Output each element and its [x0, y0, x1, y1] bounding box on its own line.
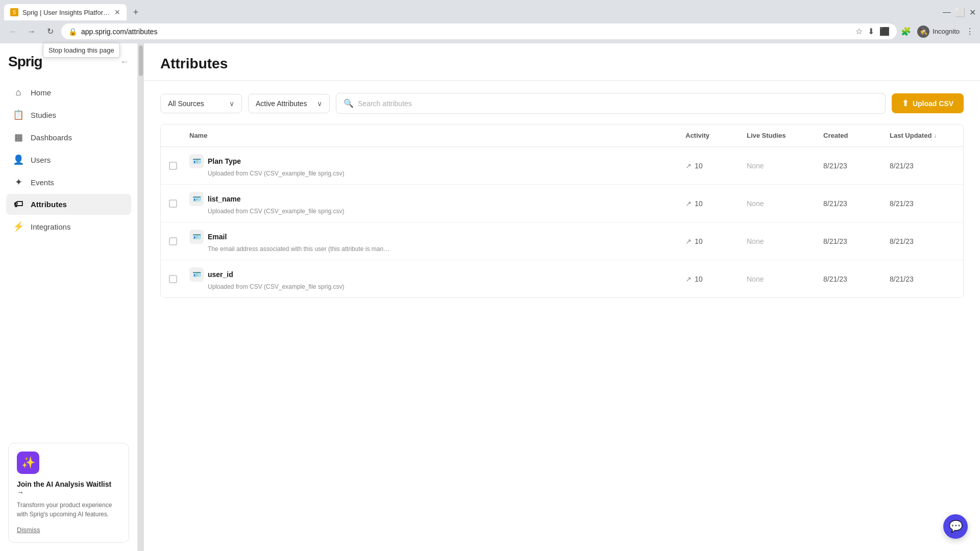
sidebar-icon[interactable]: ⬛: [879, 27, 890, 36]
attributes-chevron-down-icon: ∨: [317, 99, 322, 108]
row2-checkbox[interactable]: [169, 199, 177, 208]
active-attributes-label: Active Attributes: [256, 99, 307, 108]
activity-chart-icon: ↗: [685, 237, 692, 245]
upload-csv-button[interactable]: ⬆ Upload CSV: [892, 93, 964, 113]
promo-title[interactable]: Join the AI Analysis Waitlist →: [17, 480, 120, 496]
sidebar-item-attributes[interactable]: 🏷 Attributes: [6, 194, 131, 215]
attributes-icon: 🏷: [12, 199, 24, 210]
search-input[interactable]: [358, 99, 878, 108]
incognito-button[interactable]: 🕵 Incognito: [917, 26, 960, 38]
sidebar-item-events[interactable]: ✦ Events: [6, 171, 131, 193]
home-icon: ⌂: [12, 87, 24, 98]
promo-description: Transform your product experience with S…: [17, 500, 120, 519]
upload-csv-label: Upload CSV: [913, 99, 953, 108]
row4-created-value: 8/21/23: [823, 275, 847, 283]
activity-chart-icon: ↗: [685, 275, 692, 283]
sidebar-collapse-button[interactable]: ←: [120, 57, 129, 67]
new-tab-button[interactable]: +: [129, 5, 143, 19]
attributes-table: Name Activity Live Studies Created Last …: [160, 124, 964, 298]
row2-attr-desc: Uploaded from CSV (CSV_example_file spri…: [208, 208, 344, 215]
row4-attr-name[interactable]: user_id: [208, 270, 233, 279]
download-icon[interactable]: ⬇: [868, 27, 874, 36]
address-field[interactable]: 🔒 app.sprig.com/attributes ☆ ⬇ ⬛: [61, 23, 897, 39]
created-header-label: Created: [823, 132, 848, 139]
row4-live-studies-value: None: [747, 275, 764, 283]
row1-attr-desc: Uploaded from CSV (CSV_example_file spri…: [208, 170, 344, 177]
promo-dismiss-button[interactable]: Dismiss: [17, 526, 40, 534]
row4-attr-name-row: 🪪 user_id: [189, 267, 233, 282]
tab-close-button[interactable]: ✕: [114, 8, 120, 16]
chat-widget-button[interactable]: 💬: [943, 514, 968, 539]
activity-column-header: Activity: [677, 124, 739, 146]
sidebar-item-integrations-label: Integrations: [31, 222, 70, 231]
all-sources-dropdown[interactable]: All Sources ∨: [160, 94, 242, 113]
sidebar-nav: ⌂ Home 📋 Studies ▦ Dashboards 👤 Users ✦ …: [0, 78, 137, 435]
active-attributes-dropdown[interactable]: Active Attributes ∨: [248, 94, 330, 113]
row1-last-updated-value: 8/21/23: [890, 162, 914, 170]
row1-created-cell: 8/21/23: [815, 147, 881, 184]
row4-last-updated-value: 8/21/23: [890, 275, 914, 283]
back-button[interactable]: ←: [6, 24, 20, 39]
sidebar-item-dashboards-label: Dashboards: [31, 133, 72, 142]
sidebar-item-studies[interactable]: 📋 Studies: [6, 104, 131, 126]
row1-live-studies-value: None: [747, 162, 764, 170]
attribute-type-icon: 🪪: [189, 192, 204, 206]
browser-chrome: S Sprig | User Insights Platform for... …: [0, 0, 980, 43]
incognito-icon: 🕵: [917, 26, 929, 38]
row2-attr-name[interactable]: list_name: [208, 195, 241, 203]
viewport-scroll-thumb[interactable]: [139, 45, 143, 76]
row1-last-updated-cell: 8/21/23: [881, 147, 963, 184]
row2-created-cell: 8/21/23: [815, 185, 881, 222]
row4-checkbox[interactable]: [169, 275, 177, 283]
row3-checkbox[interactable]: [169, 237, 177, 245]
row1-live-studies-cell: None: [739, 147, 815, 184]
reload-button[interactable]: ↻ Stop loading this page: [43, 24, 57, 39]
search-box: 🔍: [336, 93, 886, 114]
live-studies-header-label: Live Studies: [747, 132, 786, 139]
row4-created-cell: 8/21/23: [815, 260, 881, 297]
sidebar-item-home-label: Home: [31, 88, 51, 97]
row3-activity-value: 10: [695, 237, 703, 245]
restore-icon[interactable]: ⬜: [955, 8, 965, 17]
search-icon: 🔍: [344, 98, 354, 108]
row2-activity-cell: ↗ 10: [677, 185, 739, 222]
sources-chevron-down-icon: ∨: [229, 99, 234, 108]
main-header: Attributes: [144, 43, 980, 81]
forward-button[interactable]: →: [24, 24, 39, 39]
sidebar-item-integrations[interactable]: ⚡ Integrations: [6, 216, 131, 237]
sidebar-item-home[interactable]: ⌂ Home: [6, 82, 131, 103]
incognito-label: Incognito: [933, 28, 960, 35]
attribute-type-icon: 🪪: [189, 230, 204, 244]
row1-created-value: 8/21/23: [823, 162, 847, 170]
users-icon: 👤: [12, 154, 24, 165]
row1-attr-name[interactable]: Plan Type: [208, 157, 241, 165]
tab-title: Sprig | User Insights Platform for...: [22, 9, 110, 16]
sidebar: Sprig ← ⌂ Home 📋 Studies ▦ Dashboards 👤 …: [0, 43, 138, 551]
row2-activity-value: 10: [695, 199, 703, 208]
row4-last-updated-cell: 8/21/23: [881, 260, 963, 297]
sidebar-item-dashboards[interactable]: ▦ Dashboards: [6, 127, 131, 148]
promo-icon: ✨: [17, 452, 39, 474]
sidebar-item-users[interactable]: 👤 Users: [6, 149, 131, 170]
last-updated-column-header[interactable]: Last Updated ↓: [881, 124, 963, 146]
row3-attr-name[interactable]: Email: [208, 233, 227, 241]
chrome-menu-icon[interactable]: ⋮: [966, 27, 974, 36]
tab-bar: S Sprig | User Insights Platform for... …: [0, 0, 980, 20]
active-tab[interactable]: S Sprig | User Insights Platform for... …: [4, 4, 127, 20]
table-header: Name Activity Live Studies Created Last …: [161, 124, 963, 147]
filter-bar: All Sources ∨ Active Attributes ∨ 🔍 ⬆ Up…: [160, 93, 964, 114]
row4-activity: ↗ 10: [685, 275, 703, 283]
bookmark-icon[interactable]: ☆: [855, 27, 863, 36]
row4-activity-cell: ↗ 10: [677, 260, 739, 297]
studies-icon: 📋: [12, 109, 24, 120]
row1-checkbox[interactable]: [169, 162, 177, 170]
viewport-scrollbar[interactable]: [138, 43, 144, 551]
minimize-icon[interactable]: —: [943, 8, 951, 17]
upload-icon: ⬆: [902, 98, 909, 108]
close-window-icon[interactable]: ✕: [969, 8, 976, 17]
row4-attr-desc: Uploaded from CSV (CSV_example_file spri…: [208, 283, 344, 290]
sidebar-item-attributes-label: Attributes: [31, 200, 67, 209]
stop-loading-tooltip: Stop loading this page: [43, 43, 120, 58]
extensions-icon[interactable]: 🧩: [901, 27, 911, 36]
row1-activity: ↗ 10: [685, 162, 703, 170]
